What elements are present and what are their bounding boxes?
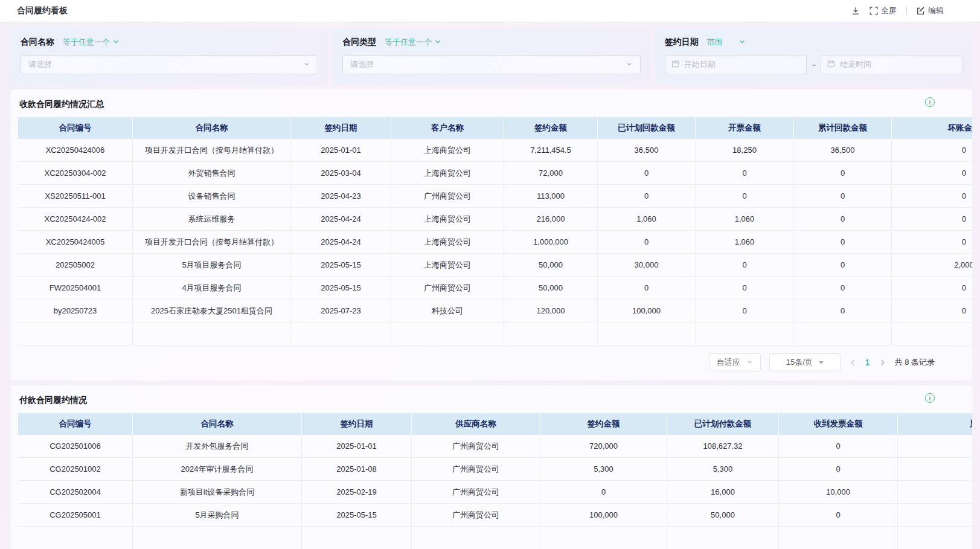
- operator-dropdown[interactable]: 范围: [707, 37, 746, 48]
- table-cell: [667, 527, 779, 549]
- table-cell: 2025-04-24: [291, 208, 391, 231]
- column-header: 合同编号: [18, 117, 133, 139]
- table-row[interactable]: XC20250424-002系统运维服务2025-04-24上海商贸公司216,…: [18, 208, 972, 231]
- filter-label: 合同类型: [342, 37, 376, 48]
- table-row[interactable]: FW2025040014月项目服务合同2025-05-15广州商贸公司50,00…: [18, 277, 972, 300]
- table-cell: CG202505001: [18, 504, 133, 527]
- table-cell: [133, 527, 302, 549]
- select-placeholder: 请选择: [350, 59, 374, 70]
- contract-type-select[interactable]: 请选择: [342, 55, 640, 74]
- table-cell: [898, 481, 972, 504]
- column-header: 供应商名称: [412, 413, 540, 435]
- column-header: 已计划回款金额: [598, 117, 696, 139]
- empty-row: [18, 527, 972, 549]
- table-cell: FW202504001: [18, 277, 133, 300]
- chevron-down-icon: [746, 358, 753, 367]
- table-cell: 36,500: [598, 139, 696, 162]
- table-cell: XC20250424006: [18, 139, 133, 162]
- info-icon[interactable]: i: [925, 393, 935, 403]
- filter-label: 签约日期: [665, 37, 699, 48]
- table-cell: 216,000: [504, 208, 598, 231]
- table-cell: 广州商贸公司: [391, 185, 504, 208]
- table-cell: 2025-07-23: [291, 300, 391, 323]
- table-row[interactable]: XC20250424006项目开发开口合同（按每月结算付款）2025-01-01…: [18, 139, 972, 162]
- table-cell: CG202502004: [18, 481, 133, 504]
- table-cell: 72,000: [504, 162, 598, 185]
- current-page[interactable]: 1: [865, 358, 870, 367]
- info-icon[interactable]: i: [925, 97, 935, 107]
- filter-contract-name: 合同名称 等于任意一个 请选择: [11, 29, 328, 85]
- table-cell: 0: [598, 162, 696, 185]
- column-header: 累计回款金额: [794, 117, 892, 139]
- table-cell: 0: [892, 162, 972, 185]
- column-header: 合同编号: [18, 413, 133, 435]
- column-header: 累计付款金额: [898, 413, 972, 435]
- table-cell: 0: [794, 300, 892, 323]
- table-cell: 0: [892, 300, 972, 323]
- table-cell: [898, 527, 972, 549]
- column-header: 签约金额: [540, 413, 667, 435]
- table-cell: 100,000: [540, 504, 667, 527]
- prev-page-button[interactable]: [849, 359, 857, 367]
- table-row[interactable]: XC20250424005项目开发开口合同（按每月结算付款）2025-04-24…: [18, 231, 972, 254]
- page-title: 合同履约看板: [17, 5, 68, 16]
- table-cell: 36,500: [794, 139, 892, 162]
- table-cell: 2025-01-01: [291, 139, 391, 162]
- operator-dropdown[interactable]: 等于任意一个: [385, 37, 441, 48]
- download-button[interactable]: [851, 7, 860, 15]
- table-cell: [18, 323, 133, 345]
- table-row[interactable]: XS20250511-001设备销售合同2025-04-23广州商贸公司113,…: [18, 185, 972, 208]
- table-cell: 0: [794, 231, 892, 254]
- chevron-down-icon: [303, 59, 310, 70]
- table-row[interactable]: CG2025010022024年审计服务合同2025-01-08广州商贸公司5,…: [18, 458, 972, 481]
- table-cell: 10,000: [779, 481, 898, 504]
- fullscreen-icon: [870, 7, 878, 15]
- input-placeholder: 结束时间: [840, 59, 871, 70]
- table-row[interactable]: CG202502004新项目it设备采购合同2025-02-19广州商贸公司01…: [18, 481, 972, 504]
- table-cell: 2,000: [892, 254, 972, 277]
- payment-table-wrap: 合同编号合同名称签约日期供应商名称签约金额已计划付款金额收到发票金额累计付款金额…: [18, 413, 972, 549]
- start-date-input[interactable]: 开始日期: [665, 55, 807, 74]
- filter-contract-type: 合同类型 等于任意一个 请选择: [333, 29, 650, 85]
- table-row[interactable]: 2025050025月项目服务合同2025-05-15上海商贸公司50,0003…: [18, 254, 972, 277]
- table-cell: 18,250: [696, 139, 794, 162]
- filter-label: 合同名称: [21, 37, 54, 48]
- table-row[interactable]: by202507232025石家庄勒泰大厦2501租赁合同2025-07-23科…: [18, 300, 972, 323]
- edit-label: 编辑: [928, 5, 944, 16]
- table-cell: 0: [779, 435, 898, 458]
- table-cell: [412, 527, 540, 549]
- table-cell: 2025-04-23: [291, 185, 391, 208]
- contract-name-select[interactable]: 请选择: [21, 55, 318, 74]
- operator-dropdown[interactable]: 等于任意一个: [63, 37, 120, 48]
- column-header: 合同名称: [133, 413, 302, 435]
- next-page-button[interactable]: [879, 359, 886, 367]
- table-cell: 0: [598, 231, 696, 254]
- topbar: 合同履约看板 全屏 编辑: [0, 0, 980, 22]
- table-cell: 上海商贸公司: [391, 208, 504, 231]
- table-cell: 113,000: [504, 185, 598, 208]
- table-cell: 0: [794, 185, 892, 208]
- table-row[interactable]: CG202501006开发外包服务合同2025-01-01广州商贸公司720,0…: [18, 435, 972, 458]
- table-cell: XC20250424-002: [18, 208, 133, 231]
- filter-sign-date: 签约日期 范围 开始日期 ~ 结束时间: [655, 29, 972, 85]
- table-cell: 0: [892, 277, 972, 300]
- total-records: 共 8 条记录: [895, 357, 935, 368]
- fit-mode-select[interactable]: 自适应: [709, 353, 761, 371]
- table-cell: 0: [598, 185, 696, 208]
- input-placeholder: 开始日期: [684, 59, 716, 70]
- table-cell: 上海商贸公司: [391, 254, 504, 277]
- table-row[interactable]: XC20250304-002外贸销售合同2025-03-04上海商贸公司72,0…: [18, 162, 972, 185]
- table-cell: 2025石家庄勒泰大厦2501租赁合同: [133, 300, 291, 323]
- table-cell: 2025-05-15: [291, 277, 391, 300]
- fullscreen-button[interactable]: 全屏: [870, 5, 897, 16]
- end-date-input[interactable]: 结束时间: [821, 55, 962, 74]
- table-cell: 0: [540, 481, 667, 504]
- page-size-select[interactable]: 15条/页: [769, 353, 841, 371]
- table-cell: [696, 323, 794, 345]
- table-cell: [892, 323, 972, 345]
- payment-contract-section: 付款合同履约情况 i 合同编号合同名称签约日期供应商名称签约金额已计划付款金额收…: [11, 385, 972, 549]
- table-cell: 广州商贸公司: [412, 481, 540, 504]
- table-cell: 0: [779, 504, 898, 527]
- edit-button[interactable]: 编辑: [917, 5, 944, 16]
- table-row[interactable]: CG2025050015月采购合同2025-05-15广州商贸公司100,000…: [18, 504, 972, 527]
